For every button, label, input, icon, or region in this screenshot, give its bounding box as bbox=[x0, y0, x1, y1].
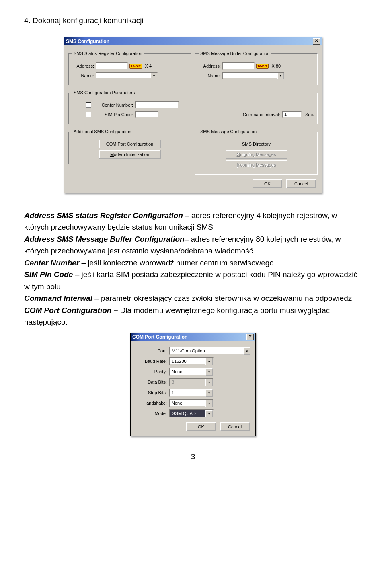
ok-button[interactable]: OK bbox=[253, 179, 282, 188]
page-number: 3 bbox=[24, 452, 362, 461]
fieldset-message-buffer: SMS Message Buffer Configuration Address… bbox=[195, 51, 318, 85]
sim-pin-checkbox[interactable] bbox=[86, 112, 91, 117]
sms-directory-button[interactable]: SMS Directory bbox=[226, 140, 287, 148]
dialog-title: SMS Configuration bbox=[66, 39, 109, 44]
fieldset-legend: SMS Message Buffer Configuration bbox=[199, 51, 271, 56]
port-select[interactable]: MJ1/Com Option bbox=[169, 347, 251, 355]
address-input[interactable] bbox=[96, 62, 128, 70]
cancel-button[interactable]: Cancel bbox=[286, 179, 316, 188]
label-center-number: Center Number: bbox=[93, 103, 133, 107]
fieldset-additional-sms: Additional SMS Configuration COM Port Co… bbox=[68, 129, 191, 164]
address-input[interactable] bbox=[222, 62, 255, 70]
fieldset-legend: SMS Status Register Configuration bbox=[72, 51, 144, 56]
data-bits-select: 8 bbox=[169, 378, 214, 386]
label-data-bits: Data Bits: bbox=[135, 380, 167, 384]
label-parity: Parity: bbox=[135, 369, 167, 374]
titlebar: SMS Configuration ✕ bbox=[64, 37, 322, 45]
fieldset-config-parameters: SMS Configuration Parameters Center Numb… bbox=[68, 90, 318, 124]
step-heading: 4. Dokonaj konfiguracji komunikacji bbox=[24, 16, 362, 25]
handshake-select[interactable]: None bbox=[169, 399, 214, 407]
label-address: Address: bbox=[199, 64, 221, 68]
name-select[interactable] bbox=[222, 72, 285, 79]
sim-pin-input[interactable] bbox=[135, 111, 159, 118]
outgoing-messages-button[interactable]: Outgoing Messages bbox=[226, 150, 287, 159]
label-name: Name: bbox=[199, 73, 221, 78]
suffix-x4: X 4 bbox=[145, 64, 152, 68]
titlebar: COM Port Configuration ✕ bbox=[131, 333, 255, 341]
suffix-x80: X 80 bbox=[272, 64, 281, 68]
center-number-checkbox[interactable] bbox=[86, 102, 91, 108]
label-port: Port: bbox=[135, 348, 167, 353]
label-stop-bits: Stop Bits: bbox=[135, 390, 167, 395]
close-icon[interactable]: ✕ bbox=[246, 334, 254, 340]
bit-tag-icon: 16•BIT bbox=[129, 64, 142, 69]
label-baud-rate: Baud Rate: bbox=[135, 359, 167, 364]
label-handshake: Handshake: bbox=[135, 401, 167, 405]
close-icon[interactable]: ✕ bbox=[313, 38, 320, 45]
cancel-button[interactable]: Cancel bbox=[220, 422, 250, 431]
com-port-config-button[interactable]: COM Port Configuration bbox=[99, 140, 161, 148]
modem-init-button[interactable]: Modem Initialization bbox=[99, 150, 161, 159]
bit-tag-icon: 16•BIT bbox=[256, 64, 269, 69]
explanation-text: Address SMS status Register Configuratio… bbox=[24, 210, 362, 328]
fieldset-legend: SMS Configuration Parameters bbox=[72, 90, 136, 95]
label-command-interval: Command Interval: bbox=[243, 112, 280, 117]
label-seconds: Sec. bbox=[305, 112, 314, 117]
stop-bits-select[interactable]: 1 bbox=[169, 389, 214, 397]
fieldset-legend: Additional SMS Configuration bbox=[72, 129, 133, 134]
command-interval-input[interactable]: 1 bbox=[282, 111, 302, 118]
label-name: Name: bbox=[72, 73, 94, 78]
com-port-configuration-dialog: COM Port Configuration ✕ Port: MJ1/Com O… bbox=[130, 333, 256, 436]
fieldset-message-config: SMS Message Configuration SMS Directory … bbox=[195, 129, 318, 175]
dialog-title: COM Port Configuration bbox=[132, 334, 187, 340]
center-number-input[interactable] bbox=[135, 101, 179, 109]
name-select[interactable] bbox=[96, 72, 158, 79]
sms-configuration-dialog: SMS Configuration ✕ SMS Status Register … bbox=[64, 37, 322, 193]
incoming-messages-button[interactable]: Incoming Messages bbox=[226, 160, 287, 169]
parity-select[interactable]: None bbox=[169, 368, 214, 376]
label-sim-pin: SIM Pin Code: bbox=[93, 112, 133, 117]
fieldset-status-register: SMS Status Register Configuration Addres… bbox=[68, 51, 191, 85]
mode-select[interactable]: GSM QUAD bbox=[169, 409, 214, 417]
label-mode: Mode: bbox=[135, 411, 167, 416]
label-address: Address: bbox=[72, 64, 94, 68]
baud-rate-select[interactable]: 115200 bbox=[169, 357, 214, 365]
ok-button[interactable]: OK bbox=[186, 422, 216, 431]
fieldset-legend: SMS Message Configuration bbox=[199, 129, 258, 134]
